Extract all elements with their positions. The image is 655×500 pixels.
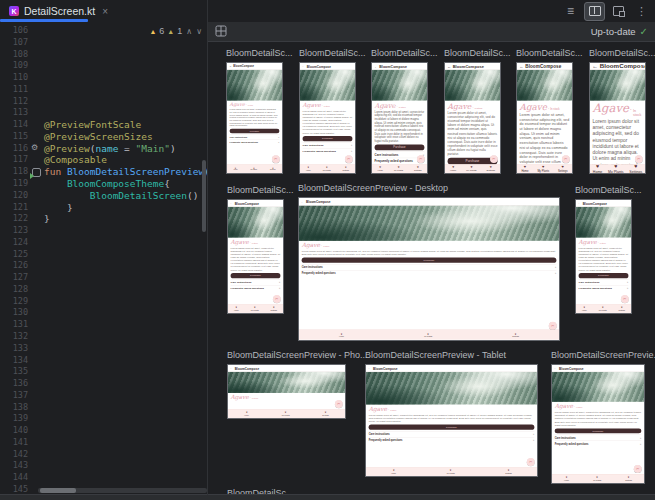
- code-text: @Composable: [44, 154, 107, 166]
- preview-thumbnail[interactable]: ←BloomComposeAgave·In stockLorem ipsum d…: [444, 62, 501, 174]
- line-number: 123: [0, 225, 28, 235]
- purchase-button: Purchase: [579, 273, 629, 278]
- app-title: BloomCompose: [235, 366, 259, 370]
- plant-title-row: Agave·In stock: [231, 395, 343, 401]
- dot-separator: ·: [321, 244, 322, 248]
- editor-horizontal-scrollbar[interactable]: [38, 488, 207, 493]
- nav-label: Home: [582, 309, 587, 311]
- design-view-icon[interactable]: [609, 3, 628, 20]
- preview-thumbnail[interactable]: ←BloomComposeAgave·In stockLorem ipsum d…: [298, 197, 560, 341]
- code-view-icon[interactable]: ≡: [561, 3, 580, 20]
- dot-separator: ·: [598, 241, 599, 245]
- section-label: Frequently asked questions: [231, 287, 264, 290]
- section-label: Frequently asked questions: [369, 439, 403, 442]
- line-number: 115: [0, 131, 28, 141]
- nav-item: ♥Settings: [414, 166, 421, 172]
- preview-thumbnail[interactable]: ←BloomComposeAgave·In stockLorem ipsum d…: [551, 364, 645, 484]
- close-icon[interactable]: ×: [102, 6, 108, 17]
- stock-label: In stock: [323, 246, 329, 248]
- grid-layout-icon[interactable]: [215, 23, 227, 41]
- editor-vertical-scrollbar[interactable]: [202, 160, 206, 232]
- nav-item: ♥Home: [564, 476, 569, 481]
- preview-thumbnail[interactable]: ←BloomComposeAgave·In stockLorem ipsum d…: [516, 62, 573, 174]
- horizontal-scrollbar-thumb[interactable]: [40, 488, 76, 493]
- preview-thumbnail[interactable]: ←BloomComposeAgave·In stockLorem ipsum d…: [589, 62, 646, 174]
- plant-title-row: Agave·In stock: [231, 239, 281, 245]
- preview-thumbnail[interactable]: ←BloomComposeAgave·In stockLorem ipsum d…: [371, 62, 428, 174]
- plant-hero-image: [372, 69, 427, 100]
- chevron-down-icon: ∨: [533, 439, 535, 442]
- dot-separator: ·: [548, 105, 550, 111]
- app-top-bar: ←BloomCompose: [552, 365, 644, 372]
- nav-label: My Plants: [599, 309, 607, 311]
- line-number: 128: [0, 284, 28, 294]
- plant-description: Lorem ipsum dolor sit amet, consectetur …: [303, 109, 353, 134]
- weak-warning-icon: ▲: [167, 28, 174, 35]
- section-label: Frequently asked questions: [555, 442, 589, 445]
- nav-item: ♥Home: [306, 166, 311, 171]
- code-editor[interactable]: ▲ 6 ▲ 1 ∧ ∨ 106107108109110111112113114@…: [0, 22, 207, 495]
- app-top-bar: ←BloomCompose: [228, 365, 345, 372]
- line-number: 120: [0, 190, 28, 200]
- plant-hero-image: [366, 372, 537, 405]
- nav-item: ♥Settings: [270, 167, 275, 171]
- nav-label: Home: [244, 414, 249, 416]
- preview-thumbnail[interactable]: ←BloomComposeAgave·In stockLorem ipsum d…: [365, 364, 538, 477]
- stock-label: In stock: [576, 407, 582, 409]
- tab-title: DetailScreen.kt: [24, 5, 95, 17]
- nav-item: ♥Home: [233, 167, 237, 171]
- plant-name: Agave: [520, 102, 547, 111]
- code-token: [44, 178, 67, 189]
- code-text: @PreviewScreenSizes: [44, 131, 153, 143]
- section-label: Frequently asked questions: [303, 150, 336, 153]
- code-token: ): [170, 143, 176, 154]
- dot-separator: ·: [472, 105, 473, 110]
- chevron-down-icon: ∨: [640, 436, 642, 439]
- plant-description: Lorem ipsum dolor sit amet, consectetur …: [369, 413, 535, 423]
- preview-thumbnail[interactable]: ←BloomComposeAgave·In stockLorem ipsum d…: [226, 62, 283, 174]
- nav-item: ♥Settings: [629, 164, 642, 173]
- more-options-icon[interactable]: ⋮: [632, 3, 651, 20]
- gear-icon[interactable]: ⚙: [31, 143, 38, 153]
- run-preview-icon[interactable]: [32, 168, 41, 177]
- plant-title-row: Agave·In stock: [302, 242, 557, 248]
- preview-thumbnail[interactable]: ←BloomComposeAgave·In stockLorem ipsum d…: [575, 199, 632, 314]
- line-number: 125: [0, 249, 28, 259]
- nav-label: My Plants: [466, 169, 476, 172]
- preview-thumbnail[interactable]: ←BloomComposeAgave·In stockLorem ipsum d…: [227, 199, 284, 314]
- warning-icon: ▲: [149, 28, 156, 35]
- nav-item: ♥Home: [521, 165, 528, 172]
- fab-button: ✂: [345, 155, 353, 163]
- line-number: 112: [0, 96, 28, 106]
- line-number: 145: [0, 484, 28, 494]
- plant-hero-image: [517, 69, 572, 100]
- bloom-app-screen: ←BloomComposeAgave·In stockLorem ipsum d…: [552, 365, 644, 483]
- code-line: 114@PreviewFontScale: [0, 119, 207, 131]
- compose-preview-panel: Up-to-date ✓ BloomDetailSc...←BloomCompo…: [208, 22, 655, 495]
- fab-button: ✂: [635, 155, 643, 163]
- plant-hero-image: [576, 206, 631, 237]
- bloom-app-screen: ←BloomComposeAgave·In stockLorem ipsum d…: [228, 200, 283, 313]
- line-number: 119: [0, 178, 28, 188]
- bottom-nav: ♥Home♥My Plants♥Settings: [227, 164, 282, 173]
- preview-label: BloomDetailSc...: [589, 48, 655, 58]
- preview-canvas[interactable]: BloomDetailSc...←BloomComposeAgave·In st…: [208, 42, 655, 495]
- plant-name: Agave: [230, 102, 245, 107]
- split-view-icon[interactable]: [584, 2, 605, 21]
- app-top-bar: ←BloomCompose: [228, 200, 283, 206]
- nav-label: Settings: [271, 309, 277, 311]
- split-divider[interactable]: [207, 0, 208, 495]
- back-arrow-icon: ←: [230, 367, 233, 370]
- next-highlight-icon[interactable]: ∨: [196, 27, 202, 36]
- inspections-widget[interactable]: ▲ 6 ▲ 1 ∧ ∨: [149, 26, 202, 36]
- build-status: Up-to-date ✓: [591, 26, 648, 37]
- nav-label: My Plants: [424, 336, 432, 338]
- prev-highlight-icon[interactable]: ∧: [186, 27, 192, 36]
- back-arrow-icon: ←: [578, 202, 581, 205]
- app-top-bar: ←BloomCompose: [372, 63, 427, 69]
- preview-thumbnail[interactable]: ←BloomComposeAgave·In stock✂♥Home♥My Pla…: [227, 364, 346, 419]
- preview-label: BloomDetailScreenPreview - Desktop: [298, 183, 448, 193]
- code-text: @Preview(name = "Main"): [44, 143, 176, 155]
- preview-thumbnail[interactable]: ←BloomComposeAgave·In stockLorem ipsum d…: [299, 62, 356, 174]
- nav-item: ♥My Plants: [394, 166, 403, 172]
